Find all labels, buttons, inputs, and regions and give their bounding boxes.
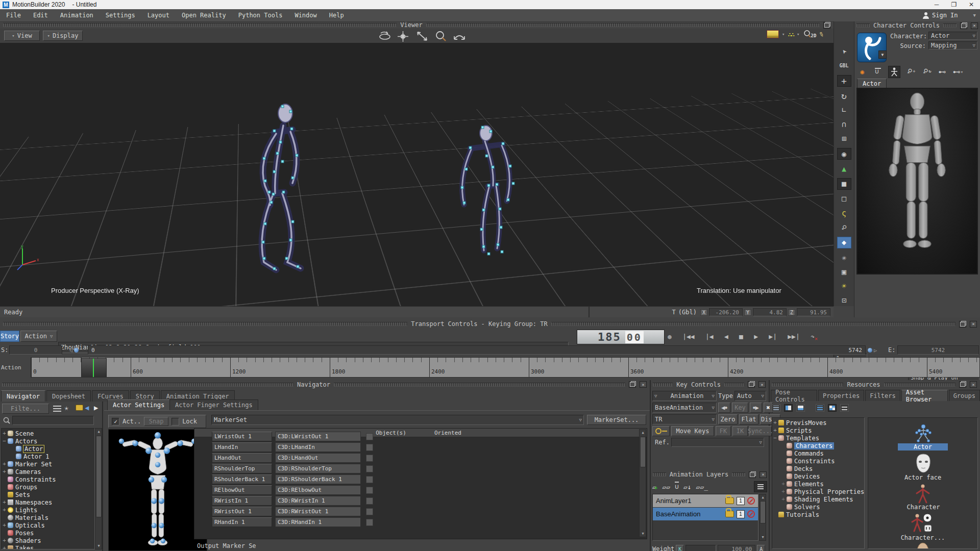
res-shading-elements[interactable]: + Shading Elements (772, 495, 864, 503)
tab-asset-browser[interactable]: Asset Browser (901, 390, 948, 401)
stop-icon[interactable]: ■ (739, 333, 743, 340)
tree-item-sets[interactable]: Sets (2, 491, 94, 498)
tab-actor[interactable]: Actor (857, 79, 887, 88)
details-view-icon[interactable] (840, 404, 849, 412)
forward-arrow-icon[interactable]: ▶ (94, 404, 98, 412)
asset-actor-label[interactable]: Actor (898, 443, 948, 450)
light-tool-icon[interactable]: ☀ (838, 281, 851, 292)
asset-actor-face-label[interactable]: Actor face (898, 474, 948, 481)
asset-character-icon[interactable] (915, 484, 930, 504)
oriented-checkbox[interactable] (366, 444, 373, 451)
tree-item-marker-set[interactable]: + Marker Set (2, 460, 94, 468)
prev-key-button[interactable]: ◀● (718, 403, 730, 413)
res-commands[interactable]: Commands (772, 449, 864, 457)
select-tool-icon[interactable]: ➤ (836, 43, 852, 60)
close-panel-button[interactable]: × (758, 381, 766, 388)
float-panel-button[interactable] (959, 321, 966, 328)
zoom-2d-icon[interactable]: 2D (803, 30, 817, 38)
oriented-checkbox[interactable] (366, 508, 373, 515)
mute-icon[interactable] (747, 497, 755, 505)
weight-slider[interactable] (685, 545, 716, 551)
lock-icon[interactable] (725, 511, 734, 517)
actor-figure-right[interactable] (436, 117, 544, 280)
pin-translate-icon[interactable]: ♀✛ (903, 64, 919, 80)
lock-icon[interactable] (76, 405, 83, 411)
merge-layers-icon[interactable]: ▱▱̲ (696, 483, 708, 491)
marker-table-scrollbar[interactable]: ▲ ▼ (639, 429, 646, 537)
filter-button[interactable]: Filte... (2, 404, 49, 414)
loop-off-icon[interactable]: ↷✕ (811, 333, 815, 340)
tree-item-shaders[interactable]: + Shaders (2, 537, 94, 544)
sign-in-button[interactable]: Sign In ▼ (922, 9, 976, 21)
scroll-up-icon[interactable]: ▲ (95, 429, 102, 435)
move-keys-button[interactable]: Move Keys (671, 426, 714, 436)
res-scripts[interactable]: + Scripts (772, 427, 864, 434)
key-type-select[interactable]: Auto (734, 391, 766, 401)
res-physical-properties[interactable]: + Physical Properties (772, 488, 864, 495)
timeline-ruler[interactable]: 060012001800240030003600420048005400 (31, 357, 980, 378)
res-elements[interactable]: + Elements (772, 480, 864, 488)
res-tutorials[interactable]: Tutorials (772, 511, 864, 518)
scroll-down-icon[interactable]: ▼ (95, 543, 102, 549)
column-oriented[interactable]: Oriented (434, 430, 491, 436)
oriented-checkbox[interactable] (366, 487, 373, 494)
keying-group-select[interactable]: TR (652, 414, 717, 424)
actor-figure-left[interactable] (232, 89, 334, 303)
y-value-field[interactable]: 4.82 (753, 308, 787, 316)
polygon-tool-icon[interactable]: ◆ (837, 237, 851, 248)
asset-actor-icon[interactable] (912, 424, 935, 442)
tree-item-cameras[interactable]: + Cameras (2, 468, 94, 475)
asset-character-head-icon[interactable] (915, 542, 930, 549)
camera-tool-icon[interactable]: ▣ (838, 266, 851, 277)
tab-groups[interactable]: Groups (949, 390, 980, 401)
sphere-tool-icon[interactable]: ◉ (837, 148, 851, 160)
float-panel-button[interactable] (749, 471, 756, 478)
chevron-down-icon[interactable]: ▾ (797, 32, 799, 37)
layer-select[interactable]: BaseAnimation (652, 403, 717, 413)
list-options-icon[interactable] (53, 406, 61, 412)
chevron-down-icon[interactable]: ▼ (878, 51, 887, 59)
menu-animation[interactable]: Animation (54, 9, 100, 21)
layer-baseanimation[interactable]: BaseAnimation 1 (653, 508, 758, 521)
asset-actor-face-icon[interactable] (915, 454, 932, 473)
tree-item-actor[interactable]: Actor (2, 445, 94, 453)
ref-select[interactable] (671, 438, 764, 447)
oriented-checkbox[interactable] (366, 455, 373, 462)
tab-actor-finger-settings[interactable]: Actor Finger Settings (169, 399, 258, 410)
mute-icon[interactable] (747, 510, 755, 518)
record-icon[interactable]: ● (668, 333, 672, 340)
oriented-checkbox[interactable] (366, 497, 373, 505)
action-mode-select[interactable]: Action▽ (20, 331, 57, 342)
scroll-up-icon[interactable]: ▲ (760, 494, 766, 500)
next-key-button[interactable]: ●▶ (750, 403, 762, 413)
scale-tool-icon[interactable]: ∟ (838, 105, 851, 115)
tab-dopesheet[interactable]: Dopesheet (46, 390, 91, 402)
viewport-3d[interactable]: y x Producer Perspective (X-Ray) Transla… (0, 43, 834, 306)
goto-start-icon[interactable]: |◀◀ (682, 333, 694, 340)
trash-icon[interactable]: ∪ (675, 483, 679, 490)
maximize-button[interactable]: ❐ (945, 1, 963, 8)
zoom-icon[interactable] (436, 32, 446, 41)
float-panel-button[interactable] (823, 22, 830, 29)
res-decks[interactable]: Decks (772, 465, 864, 472)
tree-item-lights[interactable]: + Lights (2, 506, 94, 514)
res-templates[interactable]: − Templates (772, 434, 864, 442)
tree-item-poses[interactable]: Poses (2, 529, 94, 537)
cube-wire-tool-icon[interactable]: □ (838, 193, 851, 204)
rotate-tool-icon[interactable]: ↻ (838, 90, 851, 101)
weight-value[interactable]: 100.00 (718, 545, 755, 551)
res-prevismoves[interactable]: + PrevisMoves (772, 419, 864, 427)
actor-marker-figure[interactable] (108, 429, 207, 551)
lock-checkbox[interactable] (172, 418, 179, 425)
pan-icon[interactable] (398, 31, 408, 42)
add-layer-icon[interactable]: ▱+ (652, 483, 657, 491)
float-panel-button[interactable] (748, 381, 755, 388)
sync-button[interactable]: Sync... (749, 426, 772, 436)
close-button[interactable]: ✕ (963, 1, 980, 8)
tree-scrollbar[interactable]: ▲ ▼ (95, 428, 102, 549)
hsplit-view-icon[interactable] (796, 404, 805, 412)
ruler-icon[interactable] (767, 30, 779, 38)
snap-tool-icon[interactable]: ∩ (838, 119, 851, 130)
active-checkbox[interactable]: ✓ (112, 418, 119, 425)
display-menu-button[interactable]: ▾Display (43, 31, 83, 41)
